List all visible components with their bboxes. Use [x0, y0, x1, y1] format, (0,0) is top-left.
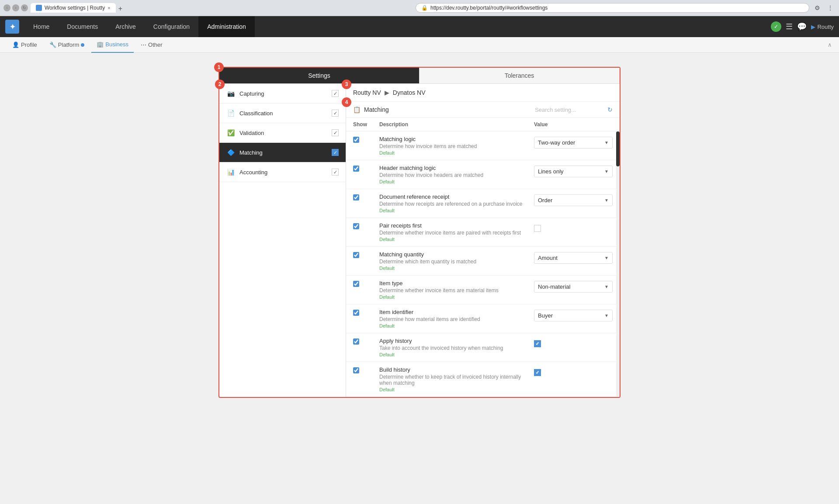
table-row: Build history Determine whether to keep …	[346, 362, 620, 397]
step-badge-1: 1	[214, 62, 224, 72]
refresh-icon[interactable]: ↻	[607, 106, 613, 113]
item-type-dropdown[interactable]: Non-material ▼	[534, 281, 613, 293]
row-value-build-history: ✓	[534, 366, 613, 376]
matching-icon: 🔷	[226, 148, 235, 157]
classification-checkbox[interactable]	[332, 110, 339, 117]
validation-checkbox[interactable]	[332, 129, 339, 136]
browser-tab[interactable]: Workflow settings | Routty ×	[31, 3, 116, 13]
row-value-pair-receipts	[534, 222, 613, 232]
show-checkbox-doc-ref[interactable]	[353, 194, 359, 200]
capturing-checkbox[interactable]	[332, 90, 339, 97]
address-bar[interactable]: 🔒 https://dev.routty.be/portal/routty/#w…	[416, 3, 809, 13]
dropdown-arrow-icon: ▼	[604, 169, 609, 174]
scrollbar-track[interactable]	[616, 131, 620, 397]
row-show-build-history[interactable]	[353, 366, 379, 375]
doc-ref-dropdown[interactable]: Order ▼	[534, 194, 613, 206]
tab-settings[interactable]: Settings	[219, 68, 420, 83]
platform-icon: 🔧	[49, 41, 56, 48]
extensions-btn[interactable]: ⚙	[812, 3, 822, 13]
row-desc-matching-qty: Matching quantity Determine which item q…	[379, 251, 534, 271]
nav-archive[interactable]: Archive	[107, 16, 145, 37]
settings-outer-card: 1 Settings Tolerances 2 📷 Capturin	[218, 67, 621, 398]
back-btn[interactable]: ‹	[3, 4, 10, 11]
item-id-dropdown[interactable]: Buyer ▼	[534, 310, 613, 321]
tab-tolerances[interactable]: Tolerances	[420, 68, 620, 83]
show-checkbox-matching-qty[interactable]	[353, 252, 359, 258]
new-tab-btn[interactable]: +	[117, 5, 124, 13]
lock-icon: 🔒	[421, 5, 428, 11]
tab-close-btn[interactable]: ×	[107, 5, 110, 10]
status-indicator: ✓	[771, 21, 781, 32]
apply-history-checkbox[interactable]: ✓	[534, 340, 541, 347]
profile-icon: 👤	[12, 41, 19, 48]
row-show-apply-history[interactable]	[353, 338, 379, 346]
menu-accounting[interactable]: 📊 Accounting	[219, 162, 346, 182]
tab-title: Workflow settings | Routty	[45, 5, 105, 11]
refresh-browser-btn[interactable]: ↻	[21, 4, 28, 11]
user-menu[interactable]: ▶ Routty	[811, 24, 834, 30]
row-value-matching-logic: Two-way order ▼	[534, 136, 613, 148]
more-btn[interactable]: ⋮	[825, 3, 836, 13]
menu-classification[interactable]: 📄 Classification	[219, 104, 346, 123]
menu-validation[interactable]: ✅ Validation	[219, 123, 346, 143]
nav-home[interactable]: Home	[24, 16, 58, 37]
show-checkbox-item-type[interactable]	[353, 281, 359, 287]
row-desc-pair-receipts: Pair receipts first Determine whether in…	[379, 222, 534, 242]
row-show-item-id[interactable]	[353, 309, 379, 317]
matching-qty-dropdown[interactable]: Amount ▼	[534, 252, 613, 264]
matching-title-icon: 📋	[353, 106, 361, 113]
menu-capturing[interactable]: 📷 Capturing	[219, 84, 346, 104]
row-show-doc-ref[interactable]	[353, 193, 379, 202]
row-show-item-type[interactable]	[353, 280, 379, 288]
header-matching-dropdown[interactable]: Lines only ▼	[534, 166, 613, 177]
pair-receipts-checkbox[interactable]	[534, 225, 541, 232]
show-checkbox-build-history[interactable]	[353, 367, 359, 373]
matching-logic-title: Matching logic	[379, 136, 534, 142]
header-matching-value: Lines only	[538, 168, 564, 175]
menu-matching[interactable]: 🔷 Matching	[219, 143, 346, 162]
table-row: Matching logic Determine how invoice ite…	[346, 131, 620, 160]
subnav-business-label: Business	[105, 41, 128, 48]
subnav-other[interactable]: ⋯ Other	[135, 37, 168, 53]
row-value-item-id: Buyer ▼	[534, 309, 613, 321]
browser-actions: ⚙ ⋮	[812, 3, 836, 13]
step-badge-3: 3	[342, 79, 351, 89]
logo-letter: ✦	[10, 23, 15, 31]
list-icon[interactable]: ☰	[786, 22, 793, 31]
subnav-profile[interactable]: 👤 Profile	[7, 37, 42, 53]
row-show-header-matching[interactable]	[353, 165, 379, 173]
build-history-checkbox[interactable]: ✓	[534, 369, 541, 376]
show-checkbox-item-id[interactable]	[353, 310, 359, 316]
show-checkbox-matching-logic[interactable]	[353, 137, 359, 143]
scroll-up[interactable]: ∧	[828, 41, 832, 48]
subnav-business[interactable]: 🏢 Business	[91, 37, 134, 53]
nav-right: ✓ ☰ 💬 ▶ Routty	[771, 21, 834, 32]
doc-ref-title: Document reference receipt	[379, 193, 534, 200]
nav-documents[interactable]: Documents	[58, 16, 107, 37]
build-history-desc: Determine whether to keep track of invoi…	[379, 374, 534, 386]
build-history-title: Build history	[379, 366, 534, 373]
matching-checkbox[interactable]	[332, 149, 339, 156]
accounting-checkbox[interactable]	[332, 169, 339, 176]
forward-btn[interactable]: ›	[12, 4, 19, 11]
search-setting-input[interactable]	[535, 107, 605, 113]
show-checkbox-apply-history[interactable]	[353, 338, 359, 345]
subnav-platform[interactable]: 🔧 Platform	[44, 37, 90, 53]
favicon-icon	[36, 5, 42, 11]
table-row: Matching quantity Determine which item q…	[346, 247, 620, 276]
row-show-matching-logic[interactable]	[353, 136, 379, 144]
dropdown-arrow-icon: ▼	[604, 313, 609, 318]
scrollbar-thumb[interactable]	[616, 131, 620, 166]
row-show-matching-qty[interactable]	[353, 251, 379, 259]
matching-label: Matching	[239, 149, 327, 156]
show-checkbox-pair-receipts[interactable]	[353, 223, 359, 229]
matching-logic-dropdown[interactable]: Two-way order ▼	[534, 137, 613, 148]
row-desc-apply-history: Apply history Take into account the invo…	[379, 338, 534, 357]
dropdown-arrow-icon: ▼	[604, 140, 609, 145]
chat-icon[interactable]: 💬	[797, 22, 807, 31]
classification-label: Classification	[239, 110, 327, 117]
nav-configuration[interactable]: Configuration	[145, 16, 198, 37]
show-checkbox-header-matching[interactable]	[353, 166, 359, 172]
row-show-pair-receipts[interactable]	[353, 222, 379, 231]
nav-administration[interactable]: Administration	[198, 16, 255, 37]
